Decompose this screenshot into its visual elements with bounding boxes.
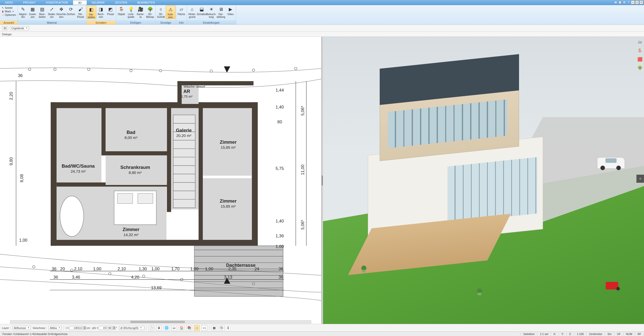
window-minimize[interactable]: –	[631, 1, 635, 4]
sonstige-3dschnitt[interactable]: ⎀3D- Schnitt	[156, 6, 166, 18]
svg-text:Zimmer: Zimmer	[220, 198, 237, 204]
einfuegen-lichtquelle[interactable]: 💡Licht- quelle	[126, 6, 136, 18]
3d-pane[interactable]: 🗂 🪑 🟥 🌳 ≡	[323, 37, 644, 324]
grid-icon[interactable]: ▦	[211, 325, 217, 331]
einst-beleuchtung[interactable]: ☀Beleuch- tung	[207, 6, 216, 18]
status-bar: Fenster <Unbekannt> L=Einbauteile G=Erdg…	[0, 331, 644, 336]
chair-icon: 🪑	[118, 6, 125, 12]
svg-rect-15	[51, 102, 56, 246]
material-bearbeiten[interactable]: ▧Bear- beiten	[38, 6, 47, 18]
tab-projekt[interactable]: PROJEKT	[18, 0, 41, 5]
layers-icon[interactable]: 🗂	[637, 39, 643, 45]
einst-video[interactable]: ▶Video	[226, 6, 235, 16]
svg-text:1,44: 1,44	[276, 88, 284, 93]
tab-gelaende[interactable]: GELÄNDE	[87, 0, 110, 5]
material-skalieren[interactable]: ⤢Skalie- ren	[47, 6, 57, 18]
plane-toggle-icon[interactable]: ▭	[202, 325, 207, 331]
tab-datei[interactable]: DATEI	[0, 0, 18, 5]
einst-darstellung[interactable]: 🖥Dar- stellung	[216, 6, 226, 18]
schatten-pinsel[interactable]: ◩Pinsel	[106, 6, 115, 16]
help-icon[interactable]: ?	[627, 1, 630, 4]
monitor-icon[interactable]: 🖥	[156, 325, 162, 331]
house-toggle-icon[interactable]: 🏠	[179, 325, 184, 331]
material-drehen[interactable]: ⟳Drehen	[66, 6, 76, 16]
info-icon[interactable]: ℹ	[227, 325, 230, 331]
svg-text:11,00: 11,00	[300, 165, 305, 175]
einfuegen-3dbitmap[interactable]: 🌳3D- Bitmap	[145, 6, 155, 18]
right-panel-toggle[interactable]: ≡	[636, 175, 644, 183]
material-hinpinsel[interactable]: 🖌Hin. Pinsel	[76, 6, 85, 18]
material-zuweisen[interactable]: ▦Zuwei- sen	[28, 6, 38, 18]
svg-text:24: 24	[254, 267, 259, 271]
compass-icon[interactable]: Ⓝ	[219, 325, 224, 331]
storey-combo[interactable]: Attika▼	[49, 326, 61, 330]
svg-text:9,80: 9,80	[9, 157, 14, 166]
info-flaeche[interactable]: ▱Fläche	[177, 6, 186, 16]
clock-icon[interactable]: 🕒	[149, 325, 154, 331]
svg-text:36: 36	[52, 267, 56, 271]
phi-spinner[interactable]: ▲▼	[113, 326, 115, 330]
svg-point-1	[54, 68, 56, 70]
material-abgreifen[interactable]: ✎Abgrei- fen	[18, 6, 28, 18]
floorplan-pane[interactable]: Bad/WC/Sauna 24,73 m² Bad 8,00 m² AR 2,7…	[0, 37, 321, 324]
move-icon: ✥	[58, 6, 65, 12]
lighting-icon: ☀	[208, 6, 215, 12]
svg-marker-57	[224, 66, 230, 73]
layer-toggle-icon[interactable]: ◇	[194, 325, 200, 331]
mark-button[interactable]: ▮Mark.▾	[2, 10, 16, 13]
menu-tabs: DATEI PROJEKT KONSTRUKTION 3D GELÄNDE SI…	[0, 0, 644, 5]
svg-text:Schrankraum: Schrankraum	[120, 165, 150, 170]
tab-bearbeiten[interactable]: BEARBEITEN	[132, 0, 160, 5]
length-input[interactable]: 1303,6	[69, 326, 83, 330]
dl-combo[interactable]: dl (Richtung/Di▼	[119, 326, 144, 330]
clipboard-icon[interactable]: 📋	[618, 1, 622, 4]
svg-point-2	[87, 68, 90, 70]
einst-hintergrund[interactable]: ⌂Hinter- grund	[187, 6, 197, 18]
status-selection: Selektion	[521, 332, 537, 335]
options-button[interactable]: ＋Optionen	[2, 13, 16, 16]
phi-input[interactable]: 157,90	[99, 326, 112, 330]
select-button[interactable]: ↖Selekt	[2, 6, 16, 9]
tab-konstruktion[interactable]: KONSTRUKTION	[41, 0, 73, 5]
schatten-darstellen[interactable]: ◧Dar- stellen	[87, 6, 96, 19]
eyedropper-icon: ✎	[20, 6, 27, 12]
layers-toggle-icon[interactable]: 🗂	[171, 325, 177, 331]
svg-point-5	[210, 70, 212, 72]
svg-point-7	[295, 67, 297, 70]
stack-toggle-icon[interactable]: 📚	[186, 325, 192, 331]
length-spinner[interactable]: ▲▼	[83, 326, 86, 330]
svg-text:36: 36	[53, 275, 58, 280]
floorplan-scrollbar[interactable]	[10, 320, 311, 323]
shadow-icon: ⬓	[198, 6, 205, 12]
terrain-combo[interactable]: Urgelände▼	[10, 26, 29, 30]
svg-text:1,00: 1,00	[190, 267, 199, 271]
furniture-icon[interactable]: 🪑	[637, 48, 643, 53]
tab-sichten[interactable]: SICHTEN	[110, 0, 132, 5]
einfuegen-kamera[interactable]: 🎥Kame- ra	[136, 6, 145, 18]
einfuegen-objekt[interactable]: 🪑Objekt	[117, 6, 126, 16]
svg-point-11	[142, 275, 145, 277]
window-maximize[interactable]: □	[635, 1, 639, 4]
palette-icon[interactable]: 🟥	[637, 56, 643, 62]
mode-badge: 3D	[2, 26, 8, 30]
wrench-icon[interactable]: 🛠	[614, 1, 618, 4]
layer-label: Layer :	[2, 326, 11, 329]
svg-rect-24	[177, 81, 182, 106]
material-verschieben[interactable]: ✥Verschie- ben	[57, 6, 66, 18]
tab-3d[interactable]: 3D	[73, 0, 87, 5]
svg-text:36: 36	[279, 267, 283, 271]
svg-point-6	[252, 69, 255, 71]
svg-rect-35	[106, 108, 167, 151]
layer-combo[interactable]: Abfluesse▼	[13, 326, 31, 330]
sonstige-kollision[interactable]: ⚠Kolli- sion	[166, 6, 175, 19]
marker-icon: ▮	[2, 10, 4, 13]
edit-icon: ▧	[39, 6, 46, 12]
schatten-rechnen[interactable]: ◨Rech- nen	[96, 6, 106, 18]
einst-schatten[interactable]: ⬓Schatten	[197, 6, 207, 16]
tree-icon[interactable]: 🌳	[637, 65, 643, 70]
settings-icon[interactable]: ⚙	[622, 1, 626, 4]
svg-point-0	[28, 68, 31, 70]
window-close[interactable]: ×	[639, 1, 643, 4]
status-uf: UF	[615, 332, 624, 335]
globe-icon[interactable]: 🌐	[164, 325, 169, 331]
